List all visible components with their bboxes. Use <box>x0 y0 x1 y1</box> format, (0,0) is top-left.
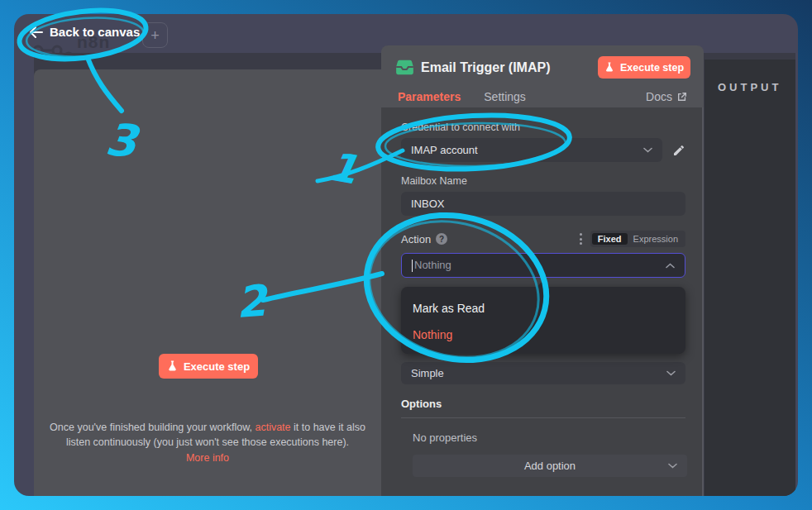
flask-icon <box>167 360 178 372</box>
mailbox-value: INBOX <box>411 198 444 210</box>
action-label: Action <box>401 233 431 245</box>
mode-fixed[interactable]: Fixed <box>592 233 628 245</box>
options-section-label: Options <box>401 398 685 418</box>
help-icon[interactable]: ? <box>436 233 447 245</box>
mailbox-label: Mailbox Name <box>401 175 685 187</box>
chevron-down-icon <box>643 147 652 153</box>
action-row: Action ? Fixed Expression <box>401 231 685 247</box>
app-window: n8n Back to canvas + Execute step Once y… <box>14 14 798 496</box>
credential-value: IMAP account <box>411 144 478 156</box>
input-execute-step-label: Execute step <box>184 360 250 373</box>
node-title: Email Trigger (IMAP) <box>421 60 590 75</box>
output-title: OUTPUT <box>718 81 795 93</box>
back-to-canvas-label: Back to canvas <box>50 25 140 39</box>
credential-label: Credential to connect with <box>401 122 685 133</box>
action-value: Nothing <box>412 259 451 272</box>
hint-activate-word: activate <box>255 422 290 433</box>
action-select[interactable]: Nothing <box>401 253 685 278</box>
more-info-link[interactable]: More info <box>49 450 366 465</box>
add-tab-button[interactable]: + <box>142 22 168 48</box>
node-execute-step-button[interactable]: Execute step <box>598 56 690 79</box>
email-inbox-icon <box>396 60 413 75</box>
option-nothing[interactable]: Nothing <box>401 322 685 348</box>
flask-icon <box>604 62 614 73</box>
input-panel: Execute step Once you've finished buildi… <box>34 69 381 496</box>
add-option-label: Add option <box>524 460 576 472</box>
back-to-canvas-button[interactable]: Back to canvas <box>29 25 140 39</box>
mode-expression[interactable]: Expression <box>628 233 684 245</box>
plus-icon: + <box>150 28 160 43</box>
no-properties-text: No properties <box>413 431 685 444</box>
parameters-pane: Credential to connect with IMAP account … <box>381 107 704 496</box>
screenshot-stage: n8n Back to canvas + Execute step Once y… <box>0 0 812 510</box>
node-header: Email Trigger (IMAP) Execute step <box>381 45 704 85</box>
node-settings-panel: Email Trigger (IMAP) Execute step Parame… <box>381 45 704 496</box>
credential-select[interactable]: IMAP account <box>401 138 662 162</box>
node-execute-step-label: Execute step <box>620 62 684 74</box>
action-value-text: Nothing <box>414 259 451 271</box>
pencil-icon[interactable] <box>672 144 685 157</box>
mailbox-input[interactable]: INBOX <box>401 192 685 216</box>
text-cursor <box>412 260 413 272</box>
input-execute-step-button[interactable]: Execute step <box>159 354 258 379</box>
hint-text-before: Once you've finished building your workf… <box>50 422 255 433</box>
chevron-down-icon <box>668 463 677 469</box>
fixed-expression-toggle: Fixed Expression <box>590 231 685 247</box>
add-option-button[interactable]: Add option <box>413 455 687 477</box>
chevron-down-icon <box>666 370 676 376</box>
credential-row: IMAP account <box>401 138 685 162</box>
action-dropdown-menu: Mark as Read Nothing <box>401 287 685 354</box>
kebab-menu-icon[interactable] <box>571 233 590 245</box>
option-mark-as-read[interactable]: Mark as Read <box>401 295 685 322</box>
chevron-up-icon <box>666 263 675 269</box>
format-value: Simple <box>411 367 444 379</box>
back-arrow-icon <box>29 26 43 38</box>
format-select[interactable]: Simple <box>401 362 685 384</box>
activation-hint: Once you've finished building your workf… <box>49 420 366 465</box>
output-panel: OUTPUT <box>705 60 795 496</box>
docs-label: Docs <box>646 90 672 103</box>
external-link-icon <box>677 92 687 102</box>
